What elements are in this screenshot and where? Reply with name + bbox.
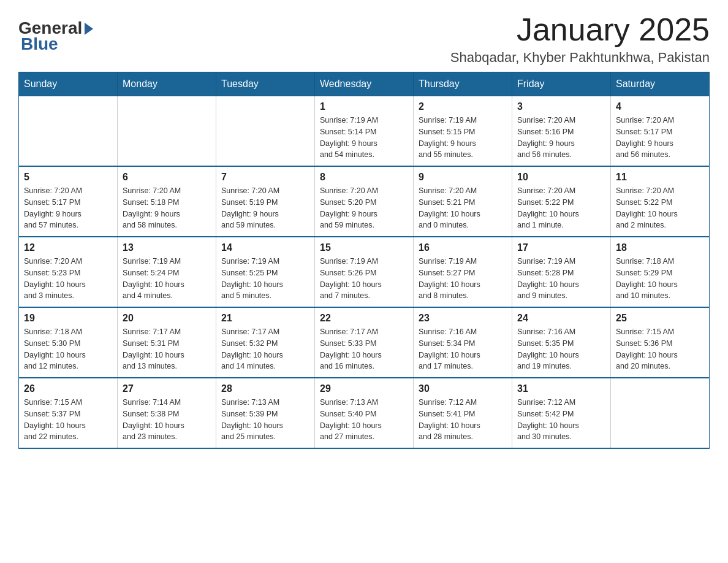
day-number: 3	[517, 101, 605, 112]
calendar-week-row: 26Sunrise: 7:15 AMSunset: 5:37 PMDayligh…	[19, 378, 710, 448]
calendar-body: 1Sunrise: 7:19 AMSunset: 5:14 PMDaylight…	[19, 96, 710, 449]
calendar-cell: 5Sunrise: 7:20 AMSunset: 5:17 PMDaylight…	[19, 166, 118, 237]
day-info: Sunrise: 7:19 AMSunset: 5:25 PMDaylight:…	[221, 256, 309, 302]
day-number: 13	[123, 242, 211, 253]
calendar-cell: 16Sunrise: 7:19 AMSunset: 5:27 PMDayligh…	[414, 237, 512, 307]
calendar-cell	[19, 96, 118, 167]
calendar-cell: 4Sunrise: 7:20 AMSunset: 5:17 PMDaylight…	[611, 96, 710, 167]
day-info: Sunrise: 7:20 AMSunset: 5:20 PMDaylight:…	[320, 185, 408, 231]
day-number: 9	[419, 172, 507, 183]
day-info: Sunrise: 7:20 AMSunset: 5:17 PMDaylight:…	[616, 115, 704, 161]
day-number: 7	[221, 172, 309, 183]
calendar-cell: 24Sunrise: 7:16 AMSunset: 5:35 PMDayligh…	[512, 307, 611, 378]
day-info: Sunrise: 7:16 AMSunset: 5:34 PMDaylight:…	[419, 326, 507, 372]
calendar-cell: 7Sunrise: 7:20 AMSunset: 5:19 PMDaylight…	[216, 166, 315, 237]
day-number: 23	[419, 313, 507, 324]
day-info: Sunrise: 7:18 AMSunset: 5:29 PMDaylight:…	[616, 256, 704, 302]
calendar-cell: 12Sunrise: 7:20 AMSunset: 5:23 PMDayligh…	[19, 237, 118, 307]
calendar-cell: 25Sunrise: 7:15 AMSunset: 5:36 PMDayligh…	[611, 307, 710, 378]
day-info: Sunrise: 7:20 AMSunset: 5:22 PMDaylight:…	[616, 185, 704, 231]
day-info: Sunrise: 7:19 AMSunset: 5:28 PMDaylight:…	[517, 256, 605, 302]
header-day-saturday: Saturday	[611, 72, 710, 96]
day-info: Sunrise: 7:17 AMSunset: 5:32 PMDaylight:…	[221, 326, 309, 372]
calendar-cell: 8Sunrise: 7:20 AMSunset: 5:20 PMDaylight…	[315, 166, 414, 237]
calendar-cell: 3Sunrise: 7:20 AMSunset: 5:16 PMDaylight…	[512, 96, 611, 167]
day-info: Sunrise: 7:15 AMSunset: 5:36 PMDaylight:…	[616, 326, 704, 372]
day-number: 17	[517, 242, 605, 253]
day-info: Sunrise: 7:15 AMSunset: 5:37 PMDaylight:…	[24, 397, 112, 443]
day-number: 1	[320, 101, 408, 112]
calendar-cell	[611, 378, 710, 448]
day-number: 29	[320, 383, 408, 394]
calendar-cell: 31Sunrise: 7:12 AMSunset: 5:42 PMDayligh…	[512, 378, 611, 448]
day-info: Sunrise: 7:17 AMSunset: 5:33 PMDaylight:…	[320, 326, 408, 372]
header-day-sunday: Sunday	[19, 72, 118, 96]
day-number: 12	[24, 242, 112, 253]
day-number: 28	[221, 383, 309, 394]
day-info: Sunrise: 7:19 AMSunset: 5:26 PMDaylight:…	[320, 256, 408, 302]
day-info: Sunrise: 7:12 AMSunset: 5:41 PMDaylight:…	[419, 397, 507, 443]
calendar-week-row: 1Sunrise: 7:19 AMSunset: 5:14 PMDaylight…	[19, 96, 710, 167]
day-info: Sunrise: 7:19 AMSunset: 5:24 PMDaylight:…	[123, 256, 211, 302]
day-info: Sunrise: 7:17 AMSunset: 5:31 PMDaylight:…	[123, 326, 211, 372]
day-info: Sunrise: 7:12 AMSunset: 5:42 PMDaylight:…	[517, 397, 605, 443]
calendar-week-row: 12Sunrise: 7:20 AMSunset: 5:23 PMDayligh…	[19, 237, 710, 307]
day-number: 20	[123, 313, 211, 324]
calendar-cell: 18Sunrise: 7:18 AMSunset: 5:29 PMDayligh…	[611, 237, 710, 307]
calendar-week-row: 19Sunrise: 7:18 AMSunset: 5:30 PMDayligh…	[19, 307, 710, 378]
calendar-cell: 2Sunrise: 7:19 AMSunset: 5:15 PMDaylight…	[414, 96, 512, 167]
day-number: 16	[419, 242, 507, 253]
day-info: Sunrise: 7:20 AMSunset: 5:22 PMDaylight:…	[517, 185, 605, 231]
day-number: 25	[616, 313, 704, 324]
day-number: 22	[320, 313, 408, 324]
calendar-cell: 22Sunrise: 7:17 AMSunset: 5:33 PMDayligh…	[315, 307, 414, 378]
calendar-cell: 13Sunrise: 7:19 AMSunset: 5:24 PMDayligh…	[118, 237, 216, 307]
calendar-cell: 28Sunrise: 7:13 AMSunset: 5:39 PMDayligh…	[216, 378, 315, 448]
logo-arrow-icon	[85, 23, 93, 35]
day-number: 5	[24, 172, 112, 183]
calendar-cell: 19Sunrise: 7:18 AMSunset: 5:30 PMDayligh…	[19, 307, 118, 378]
day-number: 18	[616, 242, 704, 253]
day-info: Sunrise: 7:20 AMSunset: 5:18 PMDaylight:…	[123, 185, 211, 231]
day-number: 14	[221, 242, 309, 253]
day-info: Sunrise: 7:20 AMSunset: 5:21 PMDaylight:…	[419, 185, 507, 231]
calendar-cell: 11Sunrise: 7:20 AMSunset: 5:22 PMDayligh…	[611, 166, 710, 237]
day-number: 30	[419, 383, 507, 394]
location-title: Shabqadar, Khyber Pakhtunkhwa, Pakistan	[450, 50, 710, 66]
day-number: 2	[419, 101, 507, 112]
day-info: Sunrise: 7:19 AMSunset: 5:14 PMDaylight:…	[320, 115, 408, 161]
calendar-cell: 20Sunrise: 7:17 AMSunset: 5:31 PMDayligh…	[118, 307, 216, 378]
calendar-cell: 27Sunrise: 7:14 AMSunset: 5:38 PMDayligh…	[118, 378, 216, 448]
logo-blue: Blue	[21, 34, 58, 54]
day-info: Sunrise: 7:16 AMSunset: 5:35 PMDaylight:…	[517, 326, 605, 372]
calendar-cell: 23Sunrise: 7:16 AMSunset: 5:34 PMDayligh…	[414, 307, 512, 378]
calendar-header: SundayMondayTuesdayWednesdayThursdayFrid…	[19, 72, 710, 96]
day-number: 10	[517, 172, 605, 183]
header-day-tuesday: Tuesday	[216, 72, 315, 96]
calendar-cell: 10Sunrise: 7:20 AMSunset: 5:22 PMDayligh…	[512, 166, 611, 237]
day-number: 27	[123, 383, 211, 394]
day-info: Sunrise: 7:20 AMSunset: 5:19 PMDaylight:…	[221, 185, 309, 231]
day-number: 24	[517, 313, 605, 324]
calendar-week-row: 5Sunrise: 7:20 AMSunset: 5:17 PMDaylight…	[19, 166, 710, 237]
calendar-cell	[118, 96, 216, 167]
day-info: Sunrise: 7:20 AMSunset: 5:17 PMDaylight:…	[24, 185, 112, 231]
day-number: 15	[320, 242, 408, 253]
day-number: 8	[320, 172, 408, 183]
day-info: Sunrise: 7:19 AMSunset: 5:15 PMDaylight:…	[419, 115, 507, 161]
calendar-cell: 26Sunrise: 7:15 AMSunset: 5:37 PMDayligh…	[19, 378, 118, 448]
calendar-cell	[216, 96, 315, 167]
day-info: Sunrise: 7:20 AMSunset: 5:16 PMDaylight:…	[517, 115, 605, 161]
calendar-cell: 9Sunrise: 7:20 AMSunset: 5:21 PMDaylight…	[414, 166, 512, 237]
day-info: Sunrise: 7:19 AMSunset: 5:27 PMDaylight:…	[419, 256, 507, 302]
calendar-table: SundayMondayTuesdayWednesdayThursdayFrid…	[18, 72, 710, 449]
calendar-cell: 17Sunrise: 7:19 AMSunset: 5:28 PMDayligh…	[512, 237, 611, 307]
header-day-monday: Monday	[118, 72, 216, 96]
day-number: 26	[24, 383, 112, 394]
day-number: 31	[517, 383, 605, 394]
day-number: 6	[123, 172, 211, 183]
day-info: Sunrise: 7:13 AMSunset: 5:39 PMDaylight:…	[221, 397, 309, 443]
calendar-cell: 1Sunrise: 7:19 AMSunset: 5:14 PMDaylight…	[315, 96, 414, 167]
day-info: Sunrise: 7:18 AMSunset: 5:30 PMDaylight:…	[24, 326, 112, 372]
calendar-cell: 21Sunrise: 7:17 AMSunset: 5:32 PMDayligh…	[216, 307, 315, 378]
